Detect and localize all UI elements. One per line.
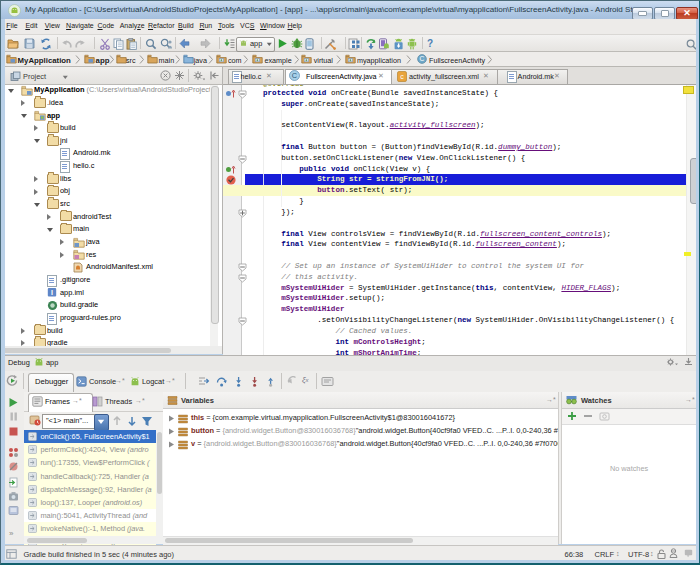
svg-text:I: I <box>51 289 53 296</box>
svg-text:C: C <box>420 55 425 62</box>
svg-text:c: c <box>400 73 404 80</box>
svg-text:C: C <box>292 71 298 80</box>
